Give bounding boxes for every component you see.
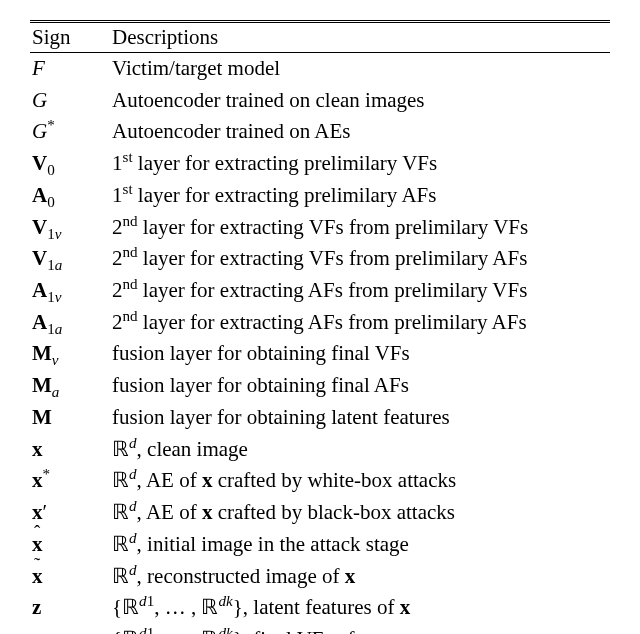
desc-cell: 1st layer for extracting prelimilary AFs xyxy=(106,180,610,212)
desc-cell: ℝd, AE of x crafted by black-box attacks xyxy=(106,497,610,529)
sign-cell: x* xyxy=(30,465,106,497)
sign-cell: G xyxy=(30,85,106,117)
desc-cell: fusion layer for obtaining latent featur… xyxy=(106,402,610,434)
table-row: V1v2nd layer for extracting VFs from pre… xyxy=(30,212,610,244)
sign-cell: A1v xyxy=(30,275,106,307)
desc-cell: 2nd layer for extracting AFs from prelim… xyxy=(106,275,610,307)
desc-cell: fusion layer for obtaining final AFs xyxy=(106,370,610,402)
table-row: xℝd, clean image xyxy=(30,434,610,466)
table-row: A01st layer for extracting prelimilary A… xyxy=(30,180,610,212)
desc-cell: 2nd layer for extracting AFs from prelim… xyxy=(106,307,610,339)
desc-cell: fusion layer for obtaining final VFs xyxy=(106,338,610,370)
desc-cell: Autoencoder trained on clean images xyxy=(106,85,610,117)
table-row: z{ℝd1, … , ℝdk}, latent features of x xyxy=(30,592,610,624)
table-row: A1a2nd layer for extracting AFs from pre… xyxy=(30,307,610,339)
desc-cell: ℝd, reconstructed image of x xyxy=(106,561,610,593)
sign-cell: z xyxy=(30,592,106,624)
table-row: Mvfusion layer for obtaining final VFs xyxy=(30,338,610,370)
sign-cell: Mv xyxy=(30,338,106,370)
sign-cell: zv xyxy=(30,624,106,634)
header-sign: Sign xyxy=(30,22,106,53)
desc-cell: Victim/target model xyxy=(106,53,610,85)
desc-cell: Autoencoder trained on AEs xyxy=(106,116,610,148)
desc-cell: {ℝd1, … , ℝdk}, latent features of x xyxy=(106,592,610,624)
desc-cell: ℝd, AE of x crafted by white-box attacks xyxy=(106,465,610,497)
desc-cell: ℝd, clean image xyxy=(106,434,610,466)
sign-cell: A0 xyxy=(30,180,106,212)
sign-cell: x xyxy=(30,561,106,593)
sign-cell: F xyxy=(30,53,106,85)
desc-cell: 2nd layer for extracting VFs from prelim… xyxy=(106,243,610,275)
table-row: A1v2nd layer for extracting AFs from pre… xyxy=(30,275,610,307)
sign-cell: V0 xyxy=(30,148,106,180)
notation-table: Sign Descriptions FVictim/target modelGA… xyxy=(30,20,610,634)
desc-cell: 1st layer for extracting prelimilary VFs xyxy=(106,148,610,180)
sign-cell: V1a xyxy=(30,243,106,275)
table-row: G*Autoencoder trained on AEs xyxy=(30,116,610,148)
sign-cell: M xyxy=(30,402,106,434)
table-row: Mfusion layer for obtaining latent featu… xyxy=(30,402,610,434)
desc-cell: ℝd, initial image in the attack stage xyxy=(106,529,610,561)
table-header-row: Sign Descriptions xyxy=(30,22,610,53)
sign-cell: G* xyxy=(30,116,106,148)
sign-cell: x′ xyxy=(30,497,106,529)
table-row: V01st layer for extracting prelimilary V… xyxy=(30,148,610,180)
header-desc: Descriptions xyxy=(106,22,610,53)
table-row: Mafusion layer for obtaining final AFs xyxy=(30,370,610,402)
desc-cell: {ℝd1, … , ℝdk}, final VFs of x xyxy=(106,624,610,634)
desc-cell: 2nd layer for extracting VFs from prelim… xyxy=(106,212,610,244)
table-body: FVictim/target modelGAutoencoder trained… xyxy=(30,53,610,635)
table-row: V1a2nd layer for extracting VFs from pre… xyxy=(30,243,610,275)
sign-cell: x xyxy=(30,529,106,561)
table-row: xℝd, reconstructed image of x xyxy=(30,561,610,593)
table-row: FVictim/target model xyxy=(30,53,610,85)
table-row: x′ℝd, AE of x crafted by black-box attac… xyxy=(30,497,610,529)
sign-cell: V1v xyxy=(30,212,106,244)
table-row: zv{ℝd1, … , ℝdk}, final VFs of x xyxy=(30,624,610,634)
sign-cell: x xyxy=(30,434,106,466)
sign-cell: Ma xyxy=(30,370,106,402)
table-row: GAutoencoder trained on clean images xyxy=(30,85,610,117)
sign-cell: A1a xyxy=(30,307,106,339)
table-row: x*ℝd, AE of x crafted by white-box attac… xyxy=(30,465,610,497)
table-row: xℝd, initial image in the attack stage xyxy=(30,529,610,561)
